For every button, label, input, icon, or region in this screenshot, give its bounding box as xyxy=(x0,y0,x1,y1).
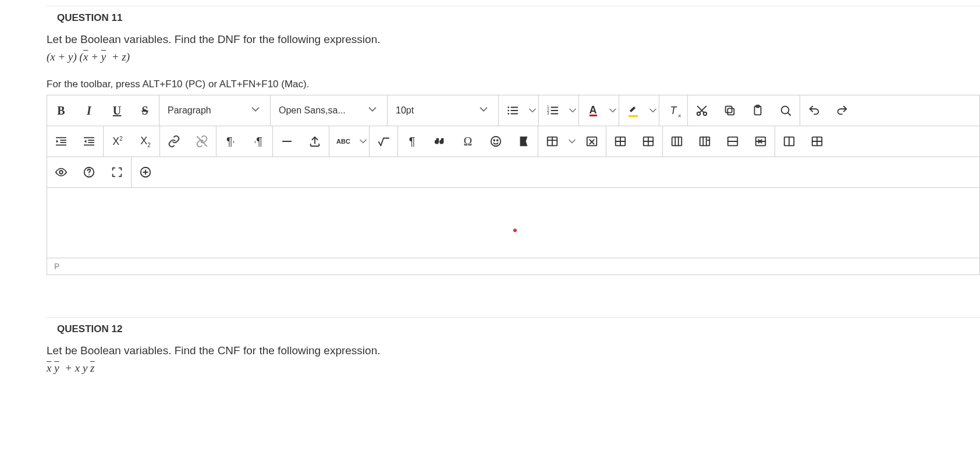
table-button[interactable] xyxy=(538,126,566,156)
highlight-color-button[interactable] xyxy=(619,95,647,126)
copy-button[interactable] xyxy=(716,95,744,126)
clear-formatting-button[interactable]: T xyxy=(659,95,687,126)
link-button[interactable] xyxy=(160,126,188,156)
superscript-button[interactable]: X2 xyxy=(104,126,132,156)
highlight-color-more[interactable] xyxy=(647,95,659,126)
svg-point-1 xyxy=(507,110,509,112)
font-select[interactable]: Open Sans,sa... xyxy=(271,95,387,126)
bullet-list-more[interactable] xyxy=(527,95,538,126)
toolbar-row-1: B I U S Paragraph Open Sans,sa... xyxy=(47,95,979,126)
font-size-select[interactable]: 10pt xyxy=(388,95,498,126)
undo-button[interactable] xyxy=(800,95,828,126)
chevron-down-icon xyxy=(477,103,490,118)
bullet-list-button[interactable] xyxy=(499,95,527,126)
text-color-more[interactable] xyxy=(607,95,619,126)
emoji-button[interactable] xyxy=(482,126,510,156)
underline-button[interactable]: U xyxy=(103,95,131,126)
preview-button[interactable] xyxy=(47,157,75,187)
svg-point-0 xyxy=(507,106,509,108)
svg-text:3: 3 xyxy=(547,111,549,115)
text-color-button[interactable]: A xyxy=(579,95,607,126)
indent-button[interactable] xyxy=(47,126,75,156)
anchor-button[interactable] xyxy=(510,126,538,156)
table-row-above-button[interactable] xyxy=(606,126,634,156)
special-char-button[interactable]: Ω xyxy=(454,126,482,156)
question-11-prompt: Let be Boolean variables. Find the DNF f… xyxy=(47,33,980,46)
question-11-header: QUESTION 11 xyxy=(47,6,980,33)
paste-button[interactable] xyxy=(744,95,772,126)
question-11-formula: (x + y) (x + y + z) xyxy=(47,51,980,63)
table-col-right-button[interactable] xyxy=(691,126,719,156)
question-12-header: QUESTION 12 xyxy=(47,318,980,344)
toolbar-row-3 xyxy=(47,157,979,188)
cut-button[interactable] xyxy=(688,95,716,126)
svg-rect-16 xyxy=(727,108,734,115)
svg-rect-51 xyxy=(700,137,710,146)
spellcheck-button[interactable]: ABC xyxy=(329,126,357,156)
svg-point-35 xyxy=(497,140,498,141)
numbered-list-button[interactable]: 123 xyxy=(539,95,567,126)
editor-textarea[interactable] xyxy=(47,188,979,258)
svg-line-21 xyxy=(788,113,790,115)
editor-status-path: P xyxy=(47,258,979,275)
add-content-button[interactable] xyxy=(132,157,159,187)
font-select-label: Open Sans,sa... xyxy=(279,105,346,116)
format-select-label: Paragraph xyxy=(168,105,211,116)
outdent-button[interactable] xyxy=(75,126,103,156)
bold-button[interactable]: B xyxy=(47,95,75,126)
table-col-left-button[interactable] xyxy=(663,126,691,156)
spellcheck-more[interactable] xyxy=(357,126,369,156)
rich-text-editor: B I U S Paragraph Open Sans,sa... xyxy=(47,95,980,275)
table-split-button[interactable] xyxy=(803,126,831,156)
horizontal-rule-button[interactable] xyxy=(273,126,301,156)
help-button[interactable] xyxy=(75,157,103,187)
math-button[interactable] xyxy=(370,126,397,156)
svg-rect-17 xyxy=(726,106,732,113)
table-merge-button[interactable] xyxy=(719,126,747,156)
unlink-button[interactable] xyxy=(188,126,216,156)
italic-button[interactable]: I xyxy=(75,95,103,126)
table-row-below-button[interactable] xyxy=(634,126,662,156)
format-select[interactable]: Paragraph xyxy=(159,95,270,126)
font-size-label: 10pt xyxy=(396,105,414,116)
blockquote-button[interactable] xyxy=(426,126,454,156)
table-delete-row-button[interactable] xyxy=(747,126,775,156)
chevron-down-icon xyxy=(366,103,379,118)
insert-file-button[interactable] xyxy=(301,126,329,156)
svg-point-33 xyxy=(491,137,501,147)
subscript-button[interactable]: X2 xyxy=(132,126,159,156)
svg-point-66 xyxy=(59,170,63,174)
question-12-formula: x y + x y z xyxy=(47,362,980,375)
redo-button[interactable] xyxy=(828,95,856,126)
table-cell-props-button[interactable] xyxy=(775,126,803,156)
svg-rect-48 xyxy=(672,137,682,146)
table-more[interactable] xyxy=(566,126,578,156)
show-paragraph-button[interactable]: ¶ xyxy=(398,126,426,156)
toolbar-helper-text: For the toolbar, press ALT+F10 (PC) or A… xyxy=(47,79,980,90)
svg-point-2 xyxy=(507,113,509,115)
strikethrough-button[interactable]: S xyxy=(131,95,159,126)
find-button[interactable] xyxy=(772,95,800,126)
numbered-list-more[interactable] xyxy=(567,95,578,126)
chevron-down-icon xyxy=(249,103,262,118)
ltr-button[interactable]: ¶› xyxy=(216,126,244,156)
cursor-indicator xyxy=(513,229,517,232)
fullscreen-button[interactable] xyxy=(103,157,131,187)
toolbar-row-2: X2 X2 ¶› ‹¶ xyxy=(47,126,979,157)
rtl-button[interactable]: ‹¶ xyxy=(244,126,272,156)
delete-table-button[interactable] xyxy=(578,126,606,156)
question-12-prompt: Let be Boolean variables. Find the CNF f… xyxy=(47,344,980,357)
svg-point-34 xyxy=(493,140,495,141)
